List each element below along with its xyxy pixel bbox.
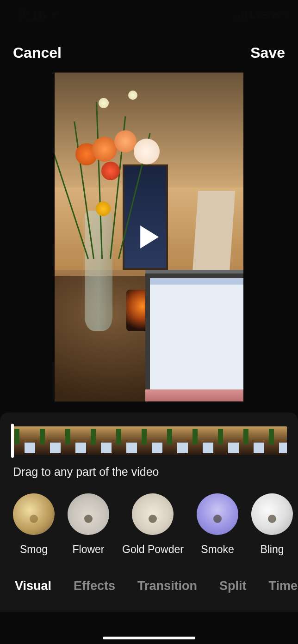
status-bar: 7:16 LTE [0,0,298,26]
effect-smog[interactable]: Smog [13,493,55,556]
svg-rect-3 [245,11,247,19]
cancel-button[interactable]: Cancel [13,44,62,61]
svg-rect-2 [242,13,243,19]
status-time-group: 7:16 [19,7,59,23]
effect-label: Flower [72,543,104,556]
timeline-playhead[interactable] [11,424,14,458]
tab-split[interactable]: Split [219,579,247,593]
svg-rect-1 [238,15,240,19]
effects-row[interactable]: SmogFlowerGold PowderSmokeBlingR [0,483,298,560]
timeline-hint: Drag to any part of the video [0,455,298,483]
effect-label: Bling [260,543,284,556]
effect-thumb [197,493,238,535]
timeline-frame[interactable] [37,426,62,455]
preview-container [0,73,298,413]
editor-header: Cancel Save [0,26,298,73]
effect-label: Smoke [201,543,234,556]
effect-label: Smog [20,543,48,556]
effect-bling[interactable]: Bling [251,493,293,556]
status-network: LTE [250,9,268,21]
home-indicator[interactable] [103,637,195,639]
effect-thumb [13,493,55,535]
svg-rect-6 [272,12,280,18]
editor-panel: Drag to any part of the video SmogFlower… [0,413,298,612]
battery-icon [271,12,287,19]
timeline-frame[interactable] [62,426,87,455]
timeline-frame[interactable] [215,426,240,455]
tab-effects[interactable]: Effects [74,579,115,593]
tab-time[interactable]: Time [269,579,298,593]
effect-thumb [132,493,174,535]
video-timeline[interactable] [11,426,287,455]
status-right-group: LTE [235,9,287,21]
category-tabs: VisualEffectsTransitionSplitTime [0,560,298,612]
timeline-frame[interactable] [164,426,189,455]
save-button[interactable]: Save [250,44,285,61]
svg-rect-5 [286,14,287,17]
effect-thumb [251,493,293,535]
effect-gold-powder[interactable]: Gold Powder [122,493,184,556]
effect-thumb [68,493,109,535]
timeline-frame[interactable] [240,426,266,455]
play-icon [138,225,160,249]
tab-visual[interactable]: Visual [15,579,51,593]
timeline-frame[interactable] [189,426,215,455]
effect-flower[interactable]: Flower [68,493,109,556]
timeline-frame[interactable] [266,426,287,455]
effect-label: Gold Powder [122,543,184,556]
svg-rect-0 [235,17,237,19]
timeline-frame[interactable] [87,426,113,455]
status-time: 7:16 [19,7,46,23]
cellular-icon [235,11,247,19]
timeline-frame[interactable] [113,426,138,455]
timeline-frame[interactable] [138,426,164,455]
effect-smoke[interactable]: Smoke [197,493,238,556]
tab-transition[interactable]: Transition [137,579,197,593]
timeline-container [0,426,298,455]
location-icon [49,10,59,20]
play-button[interactable] [136,224,162,250]
timeline-frame[interactable] [11,426,37,455]
video-preview[interactable] [55,73,243,401]
